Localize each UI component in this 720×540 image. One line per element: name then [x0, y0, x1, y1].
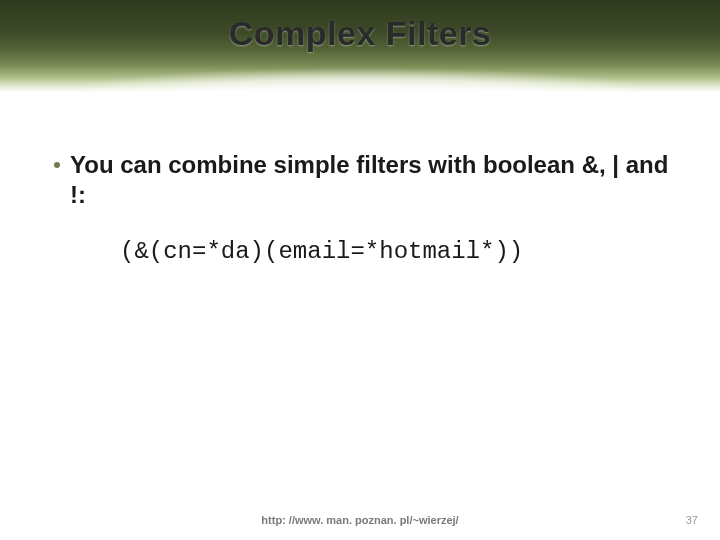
page-number: 37 [686, 514, 698, 526]
bullet-dot-icon [54, 162, 60, 168]
bullet-item: You can combine simple filters with bool… [50, 150, 670, 210]
bullet-text: You can combine simple filters with bool… [70, 150, 670, 210]
code-example: (&(cn=*da)(email=*hotmail*)) [120, 238, 670, 265]
slide: Complex Filters You can combine simple f… [0, 0, 720, 540]
content-area: You can combine simple filters with bool… [50, 150, 670, 265]
footer-url: http: //www. man. poznan. pl/~wierzej/ [0, 514, 720, 526]
slide-title: Complex Filters [0, 14, 720, 53]
